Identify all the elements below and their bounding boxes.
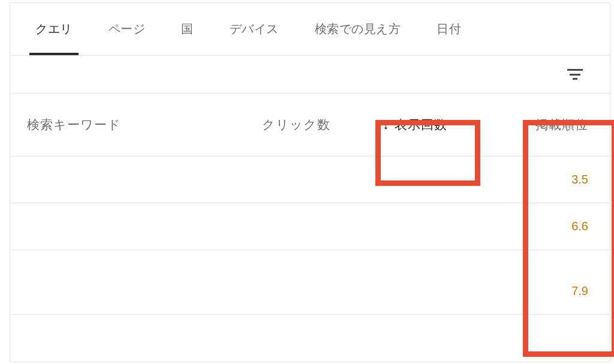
sort-descending-icon: ↓ (383, 117, 390, 133)
report-card: クエリ ページ 国 デバイス 検索での見え方 日付 検索キーワード クリック数 … (10, 2, 610, 362)
cell-keyword (10, 179, 228, 180)
cell-keyword (10, 291, 228, 291)
table-row[interactable]: 3.5 (10, 157, 610, 203)
table-row[interactable]: 7.9 (10, 268, 610, 315)
filter-bar (10, 56, 610, 93)
column-header-impressions-label: 表示回数 (395, 116, 447, 133)
filter-icon[interactable] (567, 69, 583, 80)
tab-search-appearance[interactable]: 検索での見え方 (311, 3, 405, 55)
dimension-tabs: クエリ ページ 国 デバイス 検索での見え方 日付 (10, 3, 610, 56)
table-row[interactable]: 6.6 (10, 203, 610, 250)
cell-keyword (10, 226, 228, 227)
cell-position: 6.6 (478, 219, 610, 233)
column-header-impressions[interactable]: ↓ 表示回数 (352, 116, 478, 133)
cell-position: 3.5 (478, 173, 610, 186)
tab-date[interactable]: 日付 (433, 3, 465, 55)
column-header-position[interactable]: 掲載順位 (478, 116, 610, 133)
cell-position: 7.9 (478, 284, 610, 298)
tab-query[interactable]: クエリ (32, 3, 76, 55)
column-header-keyword[interactable]: 検索キーワード (10, 116, 228, 133)
tab-device[interactable]: デバイス (226, 3, 282, 55)
column-header-clicks[interactable]: クリック数 (228, 116, 352, 133)
tab-country[interactable]: 国 (177, 3, 197, 55)
tab-page[interactable]: ページ (105, 3, 149, 55)
table-header: 検索キーワード クリック数 ↓ 表示回数 掲載順位 (10, 93, 610, 157)
